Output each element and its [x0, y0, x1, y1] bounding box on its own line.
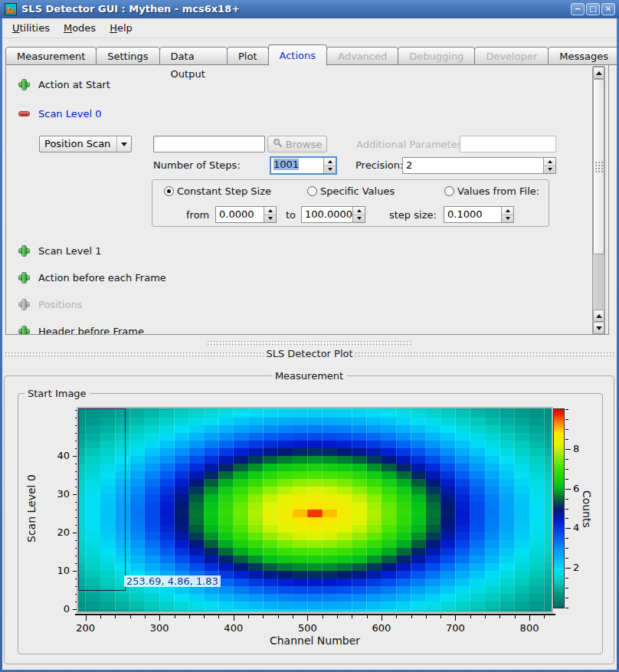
- collapse-minus-icon[interactable]: [18, 108, 30, 120]
- splitter-handle[interactable]: [207, 340, 411, 346]
- colorbar-tick-label: 6: [573, 483, 579, 494]
- x-tick: [159, 615, 160, 621]
- mountain-logo-icon: [5, 3, 17, 15]
- colorbar-frame: [553, 408, 565, 608]
- additional-parameter-label: Additional Parameter:: [356, 139, 464, 150]
- action-row[interactable]: Scan Level 0: [18, 107, 101, 120]
- x-tick: [204, 615, 205, 618]
- action-label: Scan Level 0: [38, 108, 101, 120]
- specific-values-radio[interactable]: [307, 186, 317, 196]
- vertical-scrollbar[interactable]: [592, 66, 605, 335]
- start-image-group-title: Start Image: [25, 388, 90, 399]
- colorbar-tick-label: 2: [573, 562, 579, 573]
- expand-plus-icon[interactable]: [18, 326, 30, 336]
- scrollbar-up-button-2[interactable]: [593, 310, 604, 322]
- colorbar-tick: [565, 608, 568, 608]
- expand-plus-icon[interactable]: [18, 272, 30, 284]
- scrollbar-thumb[interactable]: [593, 79, 604, 254]
- action-row[interactable]: Action at Start: [18, 78, 110, 90]
- plot-canvas-frame: 253.69, 4.86, 1.83: [77, 407, 553, 613]
- maximize-button[interactable]: □: [586, 3, 600, 15]
- scrollbar-down-button[interactable]: [593, 322, 604, 334]
- scrollbar-up-button[interactable]: [593, 67, 604, 79]
- step-size-spinbox[interactable]: 0.1000: [444, 206, 514, 223]
- values-from-file-label[interactable]: Values from File:: [457, 185, 539, 197]
- title-bar[interactable]: SLS Detector GUI : Mythen - mcs6x18+ − □…: [0, 0, 619, 18]
- colorbar-tick: [565, 499, 568, 500]
- from-value: 0.0000: [219, 208, 254, 220]
- x-tick: [218, 615, 219, 618]
- action-label: Action at Start: [38, 79, 110, 90]
- colorbar-title: Counts: [580, 410, 593, 608]
- x-tick: [382, 615, 382, 621]
- colorbar-tick: [565, 409, 568, 410]
- constant-step-label[interactable]: Constant Step Size: [177, 185, 271, 197]
- x-tick: [145, 615, 146, 618]
- action-label: Scan Level 1: [38, 245, 101, 257]
- y-tick-label: 40: [57, 450, 70, 461]
- x-tick: [411, 615, 412, 618]
- scan-script-input[interactable]: [153, 136, 265, 152]
- colorbar-tick: [565, 538, 568, 539]
- step-size-value: 0.1000: [447, 208, 483, 220]
- tab-messages[interactable]: Messages: [548, 47, 619, 65]
- action-row[interactable]: Positions: [18, 298, 82, 310]
- measurement-group-title: Measurement: [272, 370, 346, 382]
- x-tick: [485, 615, 486, 618]
- x-axis-labels: 200300400500600700800: [78, 622, 553, 634]
- menu-item-help[interactable]: Help: [103, 19, 139, 37]
- precision-spinbox[interactable]: 2: [402, 157, 556, 174]
- x-axis: [78, 615, 553, 621]
- colorbar-tick: [565, 429, 568, 430]
- menu-item-utilities[interactable]: Utilities: [5, 19, 57, 37]
- x-tick-label: 600: [365, 622, 398, 634]
- from-spinbox[interactable]: 0.0000: [215, 206, 277, 223]
- tab-debugging: Debugging: [398, 47, 475, 65]
- number-of-steps-label: Number of Steps:: [153, 159, 241, 171]
- colorbar-tick: [565, 548, 568, 549]
- colorbar-tick: [565, 479, 568, 480]
- colorbar-tick-label: 4: [573, 522, 579, 533]
- spin-buttons[interactable]: [323, 158, 336, 173]
- y-tick-label: 20: [57, 526, 70, 538]
- close-button[interactable]: ✕: [601, 3, 615, 15]
- action-row[interactable]: Action before each Frame: [18, 271, 166, 284]
- x-tick: [293, 615, 293, 618]
- number-of-steps-value: 1001: [273, 159, 299, 170]
- start-image-group: Start Image Scan Level 0 010203040 253.6…: [18, 393, 603, 654]
- x-tick: [263, 615, 264, 618]
- action-label: Action before each Frame: [38, 272, 166, 284]
- minimize-button[interactable]: −: [571, 3, 585, 15]
- constant-step-radio[interactable]: [164, 186, 174, 196]
- menu-bar: UtilitiesModesHelp: [2, 18, 617, 38]
- number-of-steps-spinbox[interactable]: 1001: [270, 156, 337, 175]
- tab-settings[interactable]: Settings: [96, 47, 159, 65]
- x-tick: [86, 615, 87, 621]
- tab-advanced: Advanced: [326, 47, 398, 65]
- splitter-handle-left[interactable]: [5, 352, 264, 357]
- expand-plus-icon[interactable]: [18, 245, 30, 257]
- values-from-file-radio[interactable]: [444, 186, 454, 196]
- action-row[interactable]: Scan Level 1: [18, 244, 101, 257]
- action-row[interactable]: Header before Frame: [18, 325, 144, 335]
- to-spinbox[interactable]: 100.0000: [301, 206, 365, 223]
- specific-values-label[interactable]: Specific Values: [320, 185, 395, 197]
- tab-data-output[interactable]: Data Output: [159, 47, 228, 65]
- tab-measurement[interactable]: Measurement: [5, 47, 97, 65]
- colorbar-tick: [565, 489, 571, 490]
- spin-buttons[interactable]: [264, 207, 276, 222]
- expand-plus-icon[interactable]: [18, 79, 30, 90]
- tab-plot[interactable]: Plot: [227, 47, 269, 65]
- spin-buttons[interactable]: [352, 207, 365, 222]
- menu-item-modes[interactable]: Modes: [57, 19, 103, 37]
- spin-buttons[interactable]: [501, 207, 513, 222]
- spin-buttons[interactable]: [543, 158, 555, 173]
- scan-mode-select[interactable]: Position Scan: [39, 136, 132, 152]
- colorbar-tick: [565, 449, 571, 450]
- chevron-down-icon[interactable]: [116, 136, 131, 152]
- x-tick: [455, 615, 456, 621]
- x-tick: [352, 615, 352, 618]
- splitter-handle-right[interactable]: [355, 352, 614, 357]
- tab-actions[interactable]: Actions: [268, 44, 328, 66]
- x-tick: [544, 615, 545, 618]
